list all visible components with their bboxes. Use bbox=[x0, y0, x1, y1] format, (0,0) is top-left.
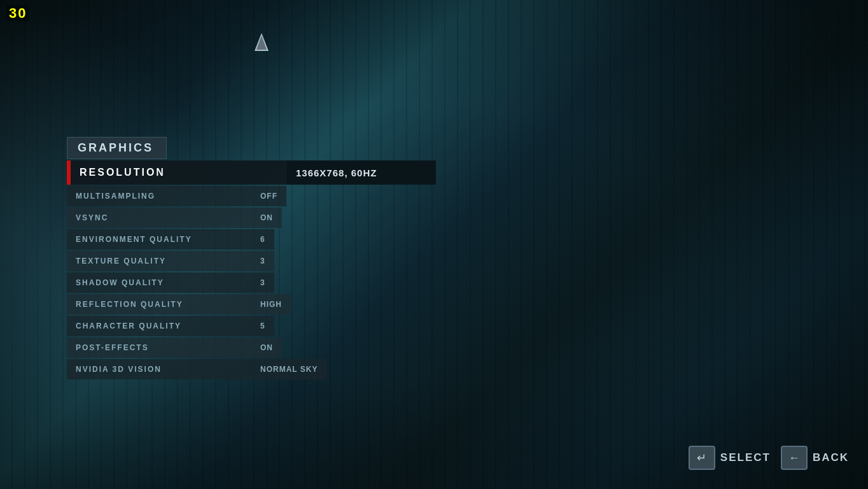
menu-item-label-nvidia-3d-vision: NVIDIA 3D VISION bbox=[67, 359, 251, 379]
back-action[interactable]: ← Back bbox=[781, 446, 849, 470]
select-action[interactable]: ↵ Select bbox=[689, 446, 771, 470]
menu-item-label-environment-quality: ENVIRONMENT QUALITY bbox=[67, 229, 251, 250]
menu-item-value-multisampling: OFF bbox=[251, 186, 286, 206]
menu-item-value-vsync: ON bbox=[251, 208, 282, 228]
menu-item-label-post-effects: POST-EFFECTS bbox=[67, 337, 251, 358]
select-action-label: Select bbox=[720, 451, 771, 464]
menu-item-value-post-effects: ON bbox=[251, 337, 282, 358]
menu-item-value-texture-quality: 3 bbox=[251, 251, 274, 271]
menu-item-value-nvidia-3d-vision: NORMAL SKY bbox=[251, 359, 326, 379]
menu-item-value-shadow-quality: 3 bbox=[251, 273, 274, 293]
menu-item-character-quality[interactable]: CHARACTER QUALITY5 bbox=[67, 316, 436, 336]
menu-item-value-environment-quality: 6 bbox=[251, 229, 274, 250]
menu-item-environment-quality[interactable]: ENVIRONMENT QUALITY6 bbox=[67, 229, 436, 250]
menu-item-label-multisampling: MULTISAMPLING bbox=[67, 186, 251, 206]
section-title-text: GRAPHICS bbox=[78, 141, 153, 154]
menu-item-texture-quality[interactable]: TEXTURE QUALITY3 bbox=[67, 251, 436, 271]
menu-items-list: RESOLUTION1366x768, 60HzMULTISAMPLINGOFF… bbox=[67, 160, 436, 379]
menu-item-value-reflection-quality: HIGH bbox=[251, 294, 291, 315]
menu-item-label-shadow-quality: SHADOW QUALITY bbox=[67, 273, 251, 293]
menu-item-vsync[interactable]: VSYNCON bbox=[67, 208, 436, 228]
back-action-label: Back bbox=[813, 451, 849, 464]
section-title: GRAPHICS bbox=[67, 137, 167, 159]
menu-item-nvidia-3d-vision[interactable]: NVIDIA 3D VISIONNORMAL SKY bbox=[67, 359, 436, 379]
select-key-icon: ↵ bbox=[689, 446, 715, 470]
menu-item-label-vsync: VSYNC bbox=[67, 208, 251, 228]
menu-item-label-character-quality: CHARACTER QUALITY bbox=[67, 316, 251, 336]
menu-item-label-reflection-quality: REFLECTION QUALITY bbox=[67, 294, 251, 315]
menu-item-label-texture-quality: TEXTURE QUALITY bbox=[67, 251, 251, 271]
bottom-actions-bar: ↵ Select ← Back bbox=[689, 446, 849, 470]
fps-counter: 30 bbox=[6, 5, 29, 22]
graphics-menu: GRAPHICS RESOLUTION1366x768, 60HzMULTISA… bbox=[67, 137, 436, 381]
menu-item-value-character-quality: 5 bbox=[251, 316, 274, 336]
menu-item-post-effects[interactable]: POST-EFFECTSON bbox=[67, 337, 436, 358]
menu-item-label-resolution: RESOLUTION bbox=[71, 160, 287, 185]
menu-item-value-resolution: 1366x768, 60Hz bbox=[287, 160, 436, 185]
menu-item-multisampling[interactable]: MULTISAMPLINGOFF bbox=[67, 186, 436, 206]
menu-item-reflection-quality[interactable]: REFLECTION QUALITYHIGH bbox=[67, 294, 436, 315]
menu-item-shadow-quality[interactable]: SHADOW QUALITY3 bbox=[67, 273, 436, 293]
menu-item-resolution[interactable]: RESOLUTION1366x768, 60Hz bbox=[67, 160, 436, 185]
back-key-icon: ← bbox=[781, 446, 808, 470]
